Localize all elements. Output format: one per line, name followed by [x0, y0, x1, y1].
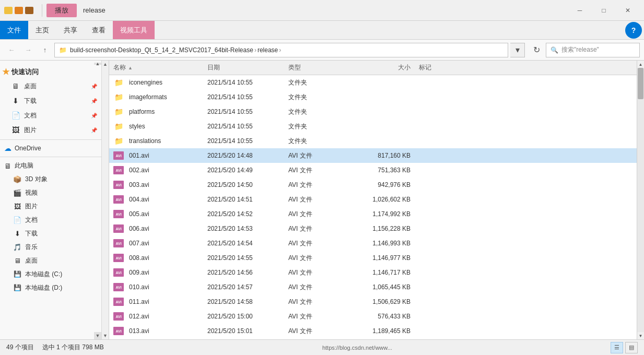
avi-icon-013: AVI — [113, 326, 124, 336]
menu-share[interactable]: 共享 — [56, 21, 85, 39]
file-date-011: 2021/5/20 14:58 — [207, 298, 288, 305]
back-button[interactable]: ← — [4, 43, 19, 57]
file-row-012[interactable]: AVI 012.avi 2021/5/20 15:00 AVI 文件 576,4… — [109, 309, 637, 324]
file-row-008[interactable]: AVI 008.avi 2021/5/20 14:55 AVI 文件 1,146… — [109, 251, 637, 265]
avi-icon-009: AVI — [113, 267, 124, 278]
sidebar-item-desktop[interactable]: 🖥 桌面 📌 — [0, 79, 101, 93]
scroll-track[interactable] — [637, 68, 644, 332]
address-dropdown[interactable]: ▾ — [510, 43, 525, 57]
onedrive-section[interactable]: ☁ OneDrive — [0, 142, 101, 155]
sidebar-item-docs[interactable]: 📄 文档 📌 — [0, 108, 101, 123]
search-box[interactable]: 🔍 搜索"release" — [546, 43, 640, 57]
titlebar-tab[interactable]: 播放 — [46, 4, 77, 17]
col-header-date[interactable]: 日期 — [207, 63, 288, 72]
avi-icon-010: AVI — [113, 282, 124, 292]
docs-icon: 📄 — [10, 110, 21, 121]
avi-icon-001: AVI — [113, 150, 124, 161]
menu-file[interactable]: 文件 — [0, 21, 28, 39]
this-pc-icon: 🖥 — [4, 162, 11, 170]
music-icon: 🎵 — [13, 242, 22, 252]
up-button[interactable]: ↑ — [38, 43, 52, 57]
downloads-icon: ⬇ — [10, 96, 21, 106]
menu-view[interactable]: 查看 — [85, 21, 113, 39]
col-header-size[interactable]: 大小 — [356, 63, 419, 72]
close-button[interactable]: ✕ — [616, 2, 640, 19]
file-date-008: 2021/5/20 14:55 — [207, 254, 288, 262]
file-name-005: 005.avi — [129, 210, 149, 218]
sidebar-item-disk-d[interactable]: 💾 本地磁盘 (D:) — [0, 281, 101, 294]
sidebar-item-documents[interactable]: 📄 文档 — [0, 213, 101, 227]
file-row-013[interactable]: AVI 013.avi 2021/5/20 15:01 AVI 文件 1,189… — [109, 324, 637, 338]
avi-icon-005: AVI — [113, 209, 124, 219]
statusbar: 49 个项目 选中 1 个项目 798 MB https://blog.csdn… — [0, 339, 644, 355]
file-size-002: 751,363 KB — [356, 167, 419, 174]
sidebar-item-music-label: 音乐 — [25, 243, 38, 252]
file-row-005[interactable]: AVI 005.avi 2021/5/20 14:52 AVI 文件 1,174… — [109, 207, 637, 221]
maximize-button[interactable]: □ — [592, 2, 616, 19]
refresh-button[interactable]: ↻ — [529, 43, 544, 57]
file-row-011[interactable]: AVI 011.avi 2021/5/20 14:58 AVI 文件 1,506… — [109, 294, 637, 309]
folder-row-translations[interactable]: 📁 translations 2021/5/14 10:55 文件夹 — [109, 134, 637, 148]
sidebar-item-downloads[interactable]: ⬇ 下载 📌 — [0, 93, 101, 108]
quick-access-header[interactable]: ★ 快速访问 — [0, 65, 101, 79]
file-date-002: 2021/5/20 14:49 — [207, 167, 288, 174]
sidebar-item-pictures-label: 图片 — [24, 126, 37, 135]
sidebar-scroll-down[interactable]: ▼ — [94, 332, 101, 339]
col-header-name[interactable]: 名称 ▲ — [113, 63, 207, 72]
sidebar-item-video[interactable]: 🎬 视频 — [0, 186, 101, 199]
video-icon: 🎬 — [13, 188, 22, 197]
sidebar-item-pics[interactable]: 🖼 图片 — [0, 199, 101, 213]
file-row-003[interactable]: AVI 003.avi 2021/5/20 14:50 AVI 文件 942,9… — [109, 178, 637, 192]
help-button[interactable]: ? — [625, 22, 642, 39]
sidebar-item-music[interactable]: 🎵 音乐 — [0, 240, 101, 254]
file-row-010[interactable]: AVI 010.avi 2021/5/20 14:57 AVI 文件 1,065… — [109, 280, 637, 294]
desktop-icon: 🖥 — [10, 81, 21, 91]
file-date-010: 2021/5/20 14:57 — [207, 283, 288, 291]
sidebar-item-dsk[interactable]: 🖥 桌面 — [0, 254, 101, 267]
file-row-001[interactable]: AVI 001.avi 2021/5/20 14:48 AVI 文件 817,1… — [109, 148, 637, 163]
view-list-button[interactable]: ▤ — [625, 342, 638, 353]
sidebar-item-disk-c[interactable]: 💾 本地磁盘 (C:) — [0, 267, 101, 281]
file-row-006[interactable]: AVI 006.avi 2021/5/20 14:53 AVI 文件 1,156… — [109, 221, 637, 236]
sidebar-scroll-up[interactable]: ▲ — [94, 63, 101, 65]
sidebar-item-dl[interactable]: ⬇ 下载 — [0, 227, 101, 240]
view-details-button[interactable]: ☰ — [611, 342, 623, 353]
folder-row-imageformats[interactable]: 📁 imageformats 2021/5/14 10:55 文件夹 — [109, 90, 637, 104]
folder-type-platforms: 文件夹 — [288, 108, 356, 116]
filelist-header: 名称 ▲ 日期 类型 大小 标记 — [109, 61, 637, 75]
col-header-type[interactable]: 类型 — [288, 63, 356, 72]
menu-home[interactable]: 主页 — [28, 21, 56, 39]
right-scrollbar[interactable]: ▲ ▼ — [637, 61, 644, 339]
file-size-001: 817,160 KB — [356, 152, 419, 159]
folder-type-styles: 文件夹 — [288, 122, 356, 131]
folder-row-iconengines[interactable]: 📁 iconengines 2021/5/14 10:55 文件夹 — [109, 75, 637, 90]
menu-video-tools[interactable]: 视频工具 — [113, 21, 155, 39]
file-size-003: 942,976 KB — [356, 181, 419, 188]
status-website: https://blog.csdn.net/www... — [322, 345, 392, 351]
sidebar-item-3d[interactable]: 📦 3D 对象 — [0, 172, 101, 186]
file-name-002: 002.avi — [129, 167, 149, 174]
folder-row-styles[interactable]: 📁 styles 2021/5/14 10:55 文件夹 — [109, 119, 637, 134]
this-pc-section[interactable]: 🖥 此电脑 — [0, 159, 101, 172]
3d-icon: 📦 — [13, 174, 22, 184]
scroll-thumb[interactable] — [638, 68, 643, 99]
forward-button[interactable]: → — [21, 43, 36, 57]
scroll-down-button[interactable]: ▼ — [637, 332, 645, 339]
sidebar-item-3d-label: 3D 对象 — [25, 175, 48, 184]
folder-row-platforms[interactable]: 📁 platforms 2021/5/14 10:55 文件夹 — [109, 104, 637, 119]
file-row-009[interactable]: AVI 009.avi 2021/5/20 14:56 AVI 文件 1,146… — [109, 265, 637, 280]
file-date-005: 2021/5/20 14:52 — [207, 210, 288, 218]
sidebar-item-disk-c-label: 本地磁盘 (C:) — [25, 270, 62, 279]
file-row-007[interactable]: AVI 007.avi 2021/5/20 14:54 AVI 文件 1,146… — [109, 236, 637, 251]
minimize-button[interactable]: ─ — [568, 2, 592, 19]
file-row-002[interactable]: AVI 002.avi 2021/5/20 14:49 AVI 文件 751,3… — [109, 163, 637, 178]
sidebar-item-pictures[interactable]: 🖼 图片 📌 — [0, 123, 101, 137]
scroll-up-button[interactable]: ▲ — [637, 61, 645, 68]
left-scrollbar[interactable]: ▲ ▼ — [102, 61, 109, 339]
file-type-009: AVI 文件 — [288, 268, 356, 277]
address-box[interactable]: 📁 build-screenshot-Desktop_Qt_5_14_2_MSV… — [54, 43, 508, 57]
col-header-tag[interactable]: 标记 — [419, 63, 461, 72]
folder-name-translations: translations — [129, 137, 161, 145]
titlebar-icons — [4, 7, 33, 14]
file-row-004[interactable]: AVI 004.avi 2021/5/20 14:51 AVI 文件 1,026… — [109, 192, 637, 207]
